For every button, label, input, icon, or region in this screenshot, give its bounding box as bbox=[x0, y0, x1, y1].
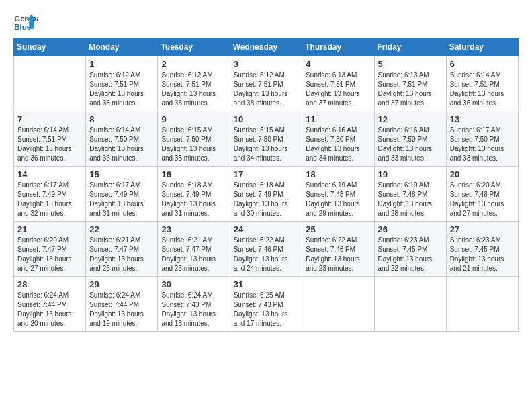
day-number: 9 bbox=[161, 114, 226, 124]
calendar-cell: 4Sunrise: 6:13 AMSunset: 7:51 PMDaylight… bbox=[302, 56, 374, 111]
calendar-cell: 10Sunrise: 6:15 AMSunset: 7:50 PMDayligh… bbox=[230, 111, 302, 167]
day-number: 26 bbox=[378, 224, 443, 234]
day-number: 11 bbox=[306, 114, 370, 124]
day-number: 27 bbox=[450, 224, 515, 234]
weekday-header-saturday: Saturday bbox=[446, 38, 518, 56]
day-info: Sunrise: 6:21 AMSunset: 7:47 PMDaylight:… bbox=[89, 236, 154, 273]
calendar-cell: 9Sunrise: 6:15 AMSunset: 7:50 PMDaylight… bbox=[158, 111, 230, 167]
day-number: 7 bbox=[17, 114, 82, 124]
day-number: 12 bbox=[378, 114, 443, 124]
day-number: 23 bbox=[161, 224, 226, 234]
weekday-header-friday: Friday bbox=[374, 38, 446, 56]
calendar-cell: 16Sunrise: 6:18 AMSunset: 7:49 PMDayligh… bbox=[158, 167, 230, 222]
calendar-cell: 26Sunrise: 6:23 AMSunset: 7:45 PMDayligh… bbox=[374, 222, 446, 277]
day-info: Sunrise: 6:15 AMSunset: 7:50 PMDaylight:… bbox=[234, 126, 299, 163]
day-info: Sunrise: 6:23 AMSunset: 7:45 PMDaylight:… bbox=[378, 236, 443, 273]
day-info: Sunrise: 6:13 AMSunset: 7:51 PMDaylight:… bbox=[306, 71, 370, 108]
day-number: 2 bbox=[161, 59, 226, 69]
calendar-cell bbox=[446, 277, 518, 332]
day-number: 16 bbox=[161, 169, 226, 179]
calendar-cell: 27Sunrise: 6:23 AMSunset: 7:45 PMDayligh… bbox=[446, 222, 518, 277]
day-number: 6 bbox=[450, 59, 515, 69]
day-number: 1 bbox=[89, 59, 154, 69]
day-info: Sunrise: 6:18 AMSunset: 7:49 PMDaylight:… bbox=[161, 181, 226, 218]
day-number: 30 bbox=[161, 279, 226, 289]
day-number: 5 bbox=[378, 59, 443, 69]
day-number: 18 bbox=[306, 169, 370, 179]
day-info: Sunrise: 6:24 AMSunset: 7:43 PMDaylight:… bbox=[161, 291, 226, 328]
calendar-cell: 13Sunrise: 6:17 AMSunset: 7:50 PMDayligh… bbox=[446, 111, 518, 167]
day-number: 25 bbox=[306, 224, 370, 234]
day-info: Sunrise: 6:15 AMSunset: 7:50 PMDaylight:… bbox=[161, 126, 226, 163]
calendar-cell: 22Sunrise: 6:21 AMSunset: 7:47 PMDayligh… bbox=[86, 222, 158, 277]
day-number: 31 bbox=[234, 279, 299, 289]
calendar-cell: 29Sunrise: 6:24 AMSunset: 7:44 PMDayligh… bbox=[86, 277, 158, 332]
day-info: Sunrise: 6:22 AMSunset: 7:46 PMDaylight:… bbox=[234, 236, 299, 273]
svg-text:Blue: Blue bbox=[14, 23, 31, 31]
calendar-cell: 5Sunrise: 6:13 AMSunset: 7:51 PMDaylight… bbox=[374, 56, 446, 111]
day-info: Sunrise: 6:19 AMSunset: 7:48 PMDaylight:… bbox=[306, 181, 370, 218]
calendar-cell: 30Sunrise: 6:24 AMSunset: 7:43 PMDayligh… bbox=[158, 277, 230, 332]
calendar-cell: 11Sunrise: 6:16 AMSunset: 7:50 PMDayligh… bbox=[302, 111, 374, 167]
calendar-cell: 31Sunrise: 6:25 AMSunset: 7:43 PMDayligh… bbox=[230, 277, 302, 332]
header: General Blue bbox=[13, 7, 519, 32]
day-info: Sunrise: 6:24 AMSunset: 7:44 PMDaylight:… bbox=[17, 291, 82, 328]
calendar-cell: 7Sunrise: 6:14 AMSunset: 7:51 PMDaylight… bbox=[14, 111, 86, 167]
day-number: 29 bbox=[89, 279, 154, 289]
day-info: Sunrise: 6:12 AMSunset: 7:51 PMDaylight:… bbox=[161, 71, 226, 108]
weekday-header-sunday: Sunday bbox=[14, 38, 86, 56]
calendar-cell: 21Sunrise: 6:20 AMSunset: 7:47 PMDayligh… bbox=[14, 222, 86, 277]
calendar-table: SundayMondayTuesdayWednesdayThursdayFrid… bbox=[13, 38, 519, 332]
calendar-cell: 18Sunrise: 6:19 AMSunset: 7:48 PMDayligh… bbox=[302, 167, 374, 222]
day-number: 13 bbox=[450, 114, 515, 124]
day-info: Sunrise: 6:20 AMSunset: 7:48 PMDaylight:… bbox=[450, 181, 515, 218]
logo: General Blue bbox=[13, 12, 38, 32]
day-info: Sunrise: 6:21 AMSunset: 7:47 PMDaylight:… bbox=[161, 236, 226, 273]
day-number: 17 bbox=[234, 169, 299, 179]
calendar-cell: 15Sunrise: 6:17 AMSunset: 7:49 PMDayligh… bbox=[86, 167, 158, 222]
day-number: 10 bbox=[234, 114, 299, 124]
calendar-cell: 14Sunrise: 6:17 AMSunset: 7:49 PMDayligh… bbox=[14, 167, 86, 222]
day-number: 4 bbox=[306, 59, 370, 69]
calendar-cell: 17Sunrise: 6:18 AMSunset: 7:49 PMDayligh… bbox=[230, 167, 302, 222]
weekdays-header: SundayMondayTuesdayWednesdayThursdayFrid… bbox=[14, 38, 519, 56]
day-number: 3 bbox=[234, 59, 299, 69]
day-number: 20 bbox=[450, 169, 515, 179]
day-info: Sunrise: 6:23 AMSunset: 7:45 PMDaylight:… bbox=[450, 236, 515, 273]
day-number: 21 bbox=[17, 224, 82, 234]
calendar-cell: 12Sunrise: 6:16 AMSunset: 7:50 PMDayligh… bbox=[374, 111, 446, 167]
day-info: Sunrise: 6:17 AMSunset: 7:49 PMDaylight:… bbox=[17, 181, 82, 218]
day-info: Sunrise: 6:25 AMSunset: 7:43 PMDaylight:… bbox=[234, 291, 299, 328]
weekday-header-monday: Monday bbox=[86, 38, 158, 56]
calendar-cell: 6Sunrise: 6:14 AMSunset: 7:51 PMDaylight… bbox=[446, 56, 518, 111]
day-info: Sunrise: 6:14 AMSunset: 7:50 PMDaylight:… bbox=[89, 126, 154, 163]
day-info: Sunrise: 6:16 AMSunset: 7:50 PMDaylight:… bbox=[306, 126, 370, 163]
weekday-header-thursday: Thursday bbox=[302, 38, 374, 56]
calendar-week-4: 21Sunrise: 6:20 AMSunset: 7:47 PMDayligh… bbox=[14, 222, 519, 277]
calendar-cell: 25Sunrise: 6:22 AMSunset: 7:46 PMDayligh… bbox=[302, 222, 374, 277]
day-number: 8 bbox=[89, 114, 154, 124]
day-info: Sunrise: 6:14 AMSunset: 7:51 PMDaylight:… bbox=[17, 126, 82, 163]
calendar-cell: 8Sunrise: 6:14 AMSunset: 7:50 PMDaylight… bbox=[86, 111, 158, 167]
calendar-cell: 1Sunrise: 6:12 AMSunset: 7:51 PMDaylight… bbox=[86, 56, 158, 111]
calendar-cell: 28Sunrise: 6:24 AMSunset: 7:44 PMDayligh… bbox=[14, 277, 86, 332]
day-info: Sunrise: 6:22 AMSunset: 7:46 PMDaylight:… bbox=[306, 236, 370, 273]
day-info: Sunrise: 6:12 AMSunset: 7:51 PMDaylight:… bbox=[234, 71, 299, 108]
day-number: 28 bbox=[17, 279, 82, 289]
day-info: Sunrise: 6:24 AMSunset: 7:44 PMDaylight:… bbox=[89, 291, 154, 328]
calendar-cell bbox=[14, 56, 86, 111]
day-number: 22 bbox=[89, 224, 154, 234]
day-info: Sunrise: 6:13 AMSunset: 7:51 PMDaylight:… bbox=[378, 71, 443, 108]
calendar-cell bbox=[302, 277, 374, 332]
calendar-cell: 23Sunrise: 6:21 AMSunset: 7:47 PMDayligh… bbox=[158, 222, 230, 277]
day-info: Sunrise: 6:19 AMSunset: 7:48 PMDaylight:… bbox=[378, 181, 443, 218]
day-info: Sunrise: 6:12 AMSunset: 7:51 PMDaylight:… bbox=[89, 71, 154, 108]
day-info: Sunrise: 6:17 AMSunset: 7:50 PMDaylight:… bbox=[450, 126, 515, 163]
calendar-week-2: 7Sunrise: 6:14 AMSunset: 7:51 PMDaylight… bbox=[14, 111, 519, 167]
calendar-cell: 3Sunrise: 6:12 AMSunset: 7:51 PMDaylight… bbox=[230, 56, 302, 111]
calendar-cell bbox=[374, 277, 446, 332]
calendar-cell: 24Sunrise: 6:22 AMSunset: 7:46 PMDayligh… bbox=[230, 222, 302, 277]
day-info: Sunrise: 6:14 AMSunset: 7:51 PMDaylight:… bbox=[450, 71, 515, 108]
calendar-cell: 2Sunrise: 6:12 AMSunset: 7:51 PMDaylight… bbox=[158, 56, 230, 111]
logo-icon: General Blue bbox=[13, 12, 38, 32]
